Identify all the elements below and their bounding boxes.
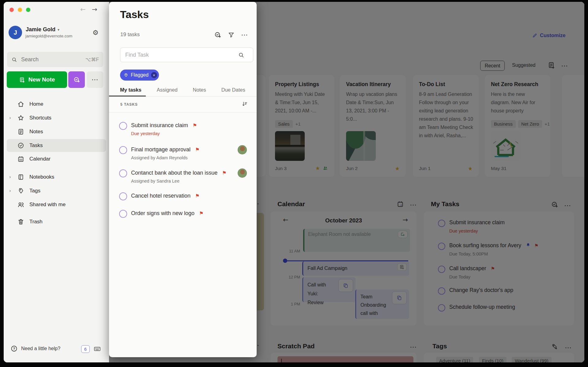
sidebar-item-label: Tags — [29, 188, 40, 194]
flag-icon: ⚑ — [195, 193, 199, 199]
chevron-right-icon[interactable]: › — [7, 188, 13, 194]
home-icon — [17, 100, 24, 108]
search-icon — [238, 52, 244, 58]
help-badge[interactable]: 6 — [81, 345, 90, 353]
task-checkbox[interactable] — [119, 210, 127, 218]
panel-tabs: My tasks Assigned Notes Due Dates — [109, 84, 257, 96]
sidebar-item-label: Trash — [29, 219, 43, 225]
sidebar-item-label: Shared with me — [29, 202, 66, 208]
sidebar-item-shortcuts[interactable]: › Shortcuts — [7, 112, 106, 124]
sidebar-item-trash[interactable]: Trash — [7, 215, 106, 228]
tab-my-tasks[interactable]: My tasks — [120, 87, 141, 93]
new-note-button[interactable]: New Note — [7, 71, 67, 88]
keyboard-shortcuts-icon[interactable] — [93, 345, 102, 353]
star-icon — [17, 114, 24, 122]
app-window: Customize Recent Suggested ⋯ Property Li… — [4, 2, 584, 362]
notebook-icon — [17, 173, 24, 181]
account-switcher[interactable]: Jamie Gold ▾ — [26, 26, 59, 33]
trash-icon — [17, 218, 24, 225]
sidebar-item-label: Home — [29, 101, 43, 107]
task-count: 19 tasks — [120, 32, 140, 38]
user-name: Jamie Gold — [26, 26, 55, 33]
tasks-panel: Tasks 19 tasks ⋯ Flagged × My tasks Assi… — [109, 2, 257, 357]
sidebar-item-shared-with-me[interactable]: Shared with me — [7, 198, 106, 211]
flag-icon: ⚑ — [195, 147, 199, 153]
find-task-input[interactable] — [120, 47, 253, 62]
user-email: jamiegold@evernote.com — [25, 34, 72, 38]
sidebar-item-tags[interactable]: › Tags — [7, 184, 106, 197]
task-title: Final mortgage approval ⚑ — [131, 146, 199, 153]
window-minimize-button[interactable] — [18, 8, 22, 12]
task-checkbox[interactable] — [119, 122, 127, 130]
flag-icon: ⚑ — [199, 210, 203, 216]
flag-icon: ⚑ — [193, 123, 197, 128]
task-assigned-by: Assigned by Sandra Lee — [131, 179, 179, 184]
search-shortcut: ⌥⌘F — [85, 57, 99, 62]
new-note-icon — [19, 77, 25, 83]
panel-title: Tasks — [120, 9, 149, 21]
tab-notes[interactable]: Notes — [193, 87, 206, 93]
search-placeholder: Search — [21, 56, 85, 63]
help-button[interactable]: ? Need a little help? — [10, 345, 60, 352]
search-input[interactable]: Search ⌥⌘F — [7, 52, 103, 67]
add-task-icon[interactable] — [214, 31, 221, 39]
task-title-text: Cancel hotel reservation — [131, 193, 190, 199]
tag-icon — [124, 73, 128, 78]
flagged-filter-chip[interactable]: Flagged × — [120, 70, 159, 81]
sidebar-item-calendar[interactable]: Calendar — [7, 153, 106, 165]
window-zoom-button[interactable] — [26, 8, 30, 12]
create-more-button[interactable]: ⋯ — [87, 71, 103, 88]
history-back-button[interactable]: ← — [80, 6, 86, 13]
task-checkbox[interactable] — [119, 146, 127, 154]
window-close-button[interactable] — [9, 8, 14, 12]
task-title-text: Order signs with new logo — [131, 210, 194, 216]
sidebar-item-label: Notebooks — [29, 174, 54, 180]
task-add-icon — [73, 76, 80, 83]
task-assigned-by: Assigned by Adam Reynolds — [131, 155, 188, 160]
task-due: Due yesterday — [131, 131, 160, 136]
sidebar-item-notes[interactable]: Notes — [7, 125, 106, 138]
question-icon: ? — [10, 345, 18, 352]
task-group-header: 5 TASKS — [109, 96, 257, 113]
people-icon — [17, 201, 24, 208]
new-note-label: New Note — [28, 76, 55, 83]
tab-due-dates[interactable]: Due Dates — [221, 87, 245, 93]
remove-filter-icon[interactable]: × — [151, 72, 157, 78]
help-badge-count: 6 — [84, 347, 87, 352]
sidebar-item-label: Shortcuts — [29, 115, 51, 121]
assignee-avatar[interactable] — [238, 145, 247, 154]
tasks-icon — [17, 142, 24, 149]
tab-assigned[interactable]: Assigned — [157, 87, 178, 93]
sidebar-item-label: Tasks — [29, 142, 43, 149]
task-title-text: Final mortgage approval — [131, 146, 190, 153]
task-checkbox[interactable] — [119, 169, 127, 177]
sidebar-item-label: Notes — [29, 129, 43, 135]
assignee-avatar[interactable] — [238, 168, 247, 178]
chevron-right-icon[interactable]: › — [7, 174, 13, 180]
filter-icon[interactable] — [228, 32, 235, 38]
task-title-text: Contanct bank about the loan issue — [131, 170, 217, 176]
task-title: Contanct bank about the loan issue ⚑ — [131, 170, 227, 176]
avatar[interactable]: J — [9, 26, 22, 39]
svg-text:?: ? — [13, 347, 15, 350]
history-forward-button[interactable]: → — [92, 6, 97, 13]
gear-icon[interactable]: ⚙ — [92, 29, 99, 36]
task-checkbox[interactable] — [119, 192, 127, 200]
desktop: Customize Recent Suggested ⋯ Property Li… — [0, 0, 588, 367]
help-label: Need a little help? — [21, 346, 60, 351]
search-icon — [11, 57, 17, 62]
sidebar-item-label: Calendar — [29, 156, 51, 162]
task-group-count: 5 TASKS — [120, 102, 138, 107]
calendar-icon — [17, 155, 24, 163]
flag-icon: ⚑ — [222, 170, 226, 176]
sidebar: ← → J Jamie Gold ▾ jamiegold@evernote.co… — [4, 2, 109, 362]
chevron-right-icon[interactable]: › — [7, 115, 13, 121]
task-title: Order signs with new logo ⚑ — [131, 210, 203, 217]
new-task-button[interactable] — [68, 71, 85, 88]
sidebar-item-notebooks[interactable]: › Notebooks — [7, 171, 106, 184]
panel-more-icon[interactable]: ⋯ — [241, 32, 248, 38]
sidebar-item-tasks[interactable]: Tasks — [7, 139, 106, 152]
sidebar-item-home[interactable]: Home — [7, 98, 106, 111]
note-icon — [17, 128, 24, 135]
sort-icon[interactable] — [242, 101, 248, 107]
